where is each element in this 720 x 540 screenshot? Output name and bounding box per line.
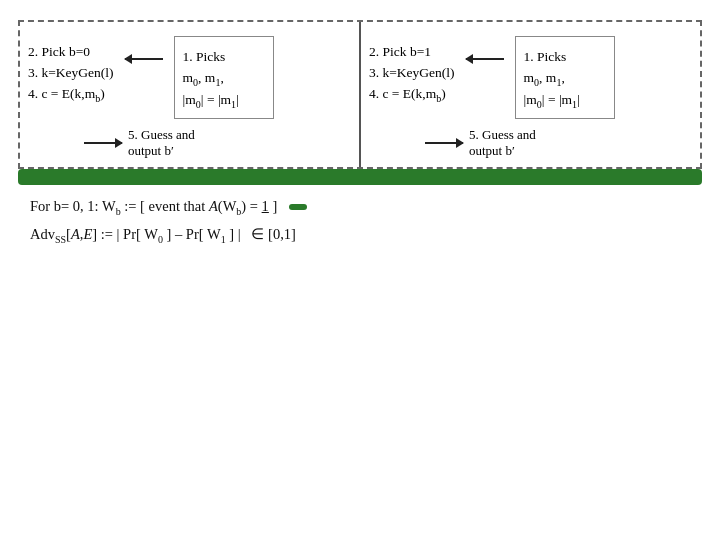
world-1-bottom-arrow-row: 5. Guess andoutput b′ (369, 127, 692, 159)
formula-area: For b= 0, 1: Wb := [ event that A(Wb) = … (0, 193, 720, 249)
world-1-inner: 2. Pick b=1 3. k=KeyGen(l) 4. c = E(k,mb… (369, 36, 692, 119)
world-0-E-steps: 2. Pick b=0 3. k=KeyGen(l) 4. c = E(k,mb… (28, 42, 114, 106)
world-1: 2. Pick b=1 3. k=KeyGen(l) 4. c = E(k,mb… (361, 22, 700, 167)
world-1-A-bottom: 5. Guess andoutput b′ (469, 127, 536, 159)
world-0-arrow-left (125, 58, 163, 60)
formula-line-2: AdvSS[A,E] := | Pr[ W0 ] – Pr[ W1 ] | ∈ … (30, 221, 690, 249)
world-1-c-arrow (425, 142, 463, 144)
world-0-A-bottom: 5. Guess andoutput b′ (128, 127, 195, 159)
bottom-banner (18, 169, 702, 185)
world-1-A-steps: 1. Picks m0, m1, |m0| = |m1| (524, 47, 606, 112)
world-0-c-arrow (84, 142, 122, 144)
world-1-arrow (463, 36, 507, 62)
world-1-arrow-left (466, 58, 504, 60)
formula-line-1: For b= 0, 1: Wb := [ event that A(Wb) = … (30, 193, 690, 221)
world-1-entity-E: 2. Pick b=1 3. k=KeyGen(l) 4. c = E(k,mb… (369, 36, 455, 106)
page-title (0, 0, 720, 12)
formula1-text: For b= 0, 1: Wb := [ event that A(Wb) = … (30, 193, 277, 221)
always-box (289, 204, 307, 210)
world-0: 2. Pick b=0 3. k=KeyGen(l) 4. c = E(k,mb… (20, 22, 359, 167)
world-0-arrow (122, 36, 166, 62)
world-0-bottom-arrow-row: 5. Guess andoutput b′ (28, 127, 351, 159)
world-0-entity-A: 1. Picks m0, m1, |m0| = |m1| (174, 36, 274, 119)
world-0-inner: 2. Pick b=0 3. k=KeyGen(l) 4. c = E(k,mb… (28, 36, 351, 119)
world-0-entity-E: 2. Pick b=0 3. k=KeyGen(l) 4. c = E(k,mb… (28, 36, 114, 106)
world-1-E-steps: 2. Pick b=1 3. k=KeyGen(l) 4. c = E(k,mb… (369, 42, 455, 106)
worlds-wrapper: 2. Pick b=0 3. k=KeyGen(l) 4. c = E(k,mb… (18, 20, 702, 169)
world-0-A-steps: 1. Picks m0, m1, |m0| = |m1| (183, 47, 265, 112)
formula2-text: AdvSS[A,E] := | Pr[ W0 ] – Pr[ W1 ] | ∈ … (30, 221, 296, 249)
world-1-entity-A: 1. Picks m0, m1, |m0| = |m1| (515, 36, 615, 119)
